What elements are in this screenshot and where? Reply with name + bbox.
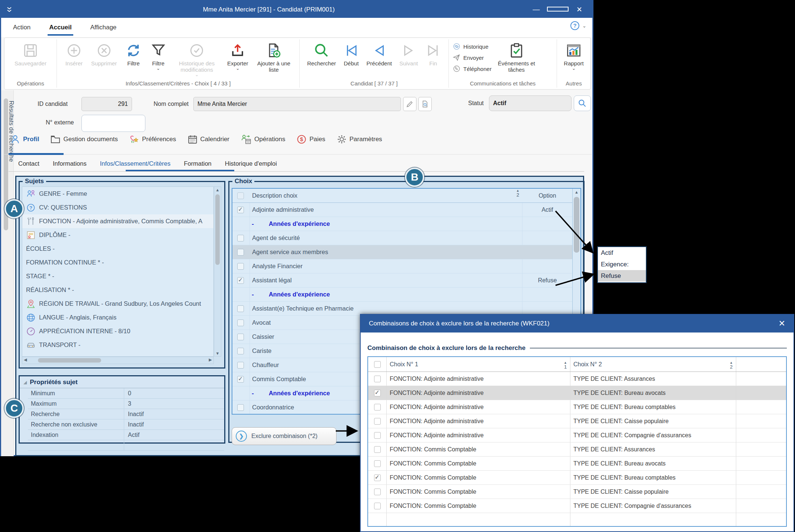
filter-button[interactable]: Filtre ⌄ xyxy=(150,40,167,70)
dropdown-item-actif[interactable]: Actif xyxy=(598,247,646,259)
save-button[interactable]: Sauvegarder xyxy=(15,40,46,66)
edit-name-button[interactable] xyxy=(403,97,416,111)
checkbox[interactable] xyxy=(237,319,244,326)
choix-table-header[interactable]: Description choix ▲2 Option xyxy=(232,189,572,203)
dropdown-item-refuse[interactable]: Refuse xyxy=(598,270,646,282)
refresh-button[interactable]: Filtre xyxy=(125,40,142,66)
checkbox[interactable] xyxy=(374,432,381,439)
add-to-list-button[interactable]: Ajouter à une liste xyxy=(257,40,291,73)
report-button[interactable]: Rapport ⌄ xyxy=(564,40,583,70)
menu-action[interactable]: Action xyxy=(12,22,31,33)
checkbox[interactable] xyxy=(237,334,244,340)
checkbox[interactable] xyxy=(237,376,244,383)
list-item[interactable] xyxy=(22,352,213,357)
column-header-choix2[interactable]: Choix N° 2 ▲2 xyxy=(570,357,736,372)
history-button[interactable]: Historique xyxy=(453,42,492,51)
select-all-checkbox[interactable] xyxy=(374,361,381,368)
checkbox[interactable] xyxy=(374,376,381,382)
table-row[interactable]: FONCTION: Adjointe administrative TYPE D… xyxy=(368,428,786,442)
checkbox[interactable] xyxy=(237,348,244,354)
subtab-infos-classement-criteres[interactable]: Infos/Classement/Critères xyxy=(100,160,171,167)
scroll-right-icon[interactable]: ▶ xyxy=(209,357,212,362)
scroll-left-icon[interactable]: ◀ xyxy=(24,357,27,362)
table-row[interactable]: FONCTION: Commis Comptable TYPE DE CLIEN… xyxy=(368,499,786,513)
chevron-down-icon[interactable]: ⌄ xyxy=(236,66,239,70)
checkbox[interactable] xyxy=(374,503,381,509)
table-row[interactable]: Agent de sécurité xyxy=(232,231,572,245)
table-row[interactable]: Analyste Financier xyxy=(232,259,572,273)
search-button[interactable]: Rechercher xyxy=(307,40,336,66)
table-row[interactable]: FONCTION: Adjointe administrative TYPE D… xyxy=(368,414,786,428)
events-tasks-button[interactable]: Événements et tâches xyxy=(495,40,538,73)
chevron-down-icon[interactable]: ⌄ xyxy=(572,66,576,70)
checkbox[interactable] xyxy=(374,418,381,425)
table-subrow[interactable]: - Années d'expérience xyxy=(232,288,572,302)
list-item[interactable]: ÉCOLES - xyxy=(22,242,213,256)
select-all-checkbox[interactable] xyxy=(237,192,244,199)
table-row[interactable]: FONCTION: Adjointe administrative TYPE D… xyxy=(368,372,786,386)
list-item[interactable]: TRANSPORT - xyxy=(22,338,213,352)
property-row[interactable]: RechercheInactif xyxy=(28,409,224,419)
preview-document-button[interactable] xyxy=(418,97,432,111)
list-item[interactable]: RÉALISATION * - xyxy=(22,283,213,297)
minimize-icon[interactable]: — xyxy=(525,5,547,14)
table-row[interactable]: FONCTION: Commis Comptable TYPE DE CLIEN… xyxy=(368,457,786,471)
table-row[interactable]: FONCTION: Commis Comptable TYPE DE CLIEN… xyxy=(368,442,786,457)
checkbox[interactable] xyxy=(237,235,244,241)
horizontal-scrollbar[interactable]: ◀ ▶ xyxy=(22,357,214,364)
exclusions-table-header[interactable]: Choix N° 1 ▲1 Choix N° 2 ▲2 xyxy=(368,357,786,372)
table-row[interactable]: FONCTION: Commis Comptable TYPE DE CLIEN… xyxy=(368,471,786,485)
checkbox[interactable] xyxy=(374,489,381,495)
export-button[interactable]: Exporter ⌄ xyxy=(227,40,248,70)
first-button[interactable]: Début xyxy=(344,40,359,66)
list-item[interactable]: STAGE * - xyxy=(22,269,213,283)
list-item[interactable]: DIPLÔME - xyxy=(22,228,213,242)
chevron-down-icon[interactable]: ⌄ xyxy=(582,23,586,29)
checkbox[interactable] xyxy=(374,460,381,467)
tab-calendrier[interactable]: Calendrier xyxy=(187,134,229,145)
checkbox[interactable] xyxy=(237,277,244,284)
checkbox[interactable] xyxy=(374,446,381,453)
exclude-combination-button[interactable]: ❯ Exclure combinaison (*2) xyxy=(232,427,337,445)
property-row[interactable]: IndexationActif xyxy=(28,430,224,440)
property-row[interactable]: Recherche non exclusiveInactif xyxy=(28,419,224,430)
scroll-down-icon[interactable]: ▼ xyxy=(214,351,221,356)
list-item[interactable]: ? CV: QUESTIONS xyxy=(22,201,213,214)
table-row[interactable]: Adjointe administrative Actif xyxy=(232,203,572,217)
status-lookup-button[interactable] xyxy=(574,95,591,111)
close-icon[interactable]: ✕ xyxy=(569,5,590,14)
column-header-description[interactable]: Description choix ▲2 xyxy=(249,192,522,199)
checkbox[interactable] xyxy=(237,249,244,256)
close-icon[interactable]: ✕ xyxy=(779,319,785,328)
menu-accueil[interactable]: Accueil xyxy=(48,22,72,33)
subtab-informations[interactable]: Informations xyxy=(53,160,87,167)
table-row[interactable]: FONCTION: Adjointe administrative TYPE D… xyxy=(368,400,786,414)
menu-affichage[interactable]: Affichage xyxy=(90,22,118,33)
column-header-choix1[interactable]: Choix N° 1 ▲1 xyxy=(387,357,570,372)
status-field[interactable]: Actif xyxy=(489,95,572,111)
subtab-contact[interactable]: Contact xyxy=(18,160,39,167)
tab-paies[interactable]: $ Paies xyxy=(296,134,325,145)
history-modifications-button[interactable]: Historique des modifications ⌄ xyxy=(175,40,219,77)
chevron-down-icon[interactable]: ⌄ xyxy=(157,66,160,70)
phone-button[interactable]: Téléphoner xyxy=(453,64,492,74)
table-subrow[interactable]: - Années d'expérience xyxy=(232,217,572,231)
checkbox[interactable] xyxy=(374,474,381,481)
subtab-historique-emploi[interactable]: Historique d'emploi xyxy=(225,160,277,167)
scroll-up-icon[interactable]: ▲ xyxy=(214,188,221,192)
collapse-icon[interactable]: ◢ xyxy=(23,380,27,385)
tab-parametres[interactable]: Paramètres xyxy=(337,134,382,145)
list-item[interactable]: RÉGION DE TRAVAIL - Grand Sudbury, Los A… xyxy=(22,297,213,311)
dropdown-item-exigence[interactable]: Exigence: xyxy=(598,259,646,270)
checkbox[interactable] xyxy=(237,263,244,270)
chevron-down-icon[interactable]: ⌄ xyxy=(195,73,199,77)
checkbox[interactable] xyxy=(374,404,381,411)
scrollbar-thumb[interactable] xyxy=(215,194,220,265)
tab-preferences[interactable]: Préférences xyxy=(129,134,176,145)
last-button[interactable]: Fin xyxy=(425,40,441,66)
column-header-option[interactable]: Option xyxy=(522,192,572,199)
scrollbar-thumb[interactable] xyxy=(38,358,101,363)
full-name-field[interactable]: Mme Anita Mercier xyxy=(193,97,401,111)
list-item[interactable]: GENRE - Femme xyxy=(22,187,213,201)
external-number-field[interactable] xyxy=(81,115,145,132)
